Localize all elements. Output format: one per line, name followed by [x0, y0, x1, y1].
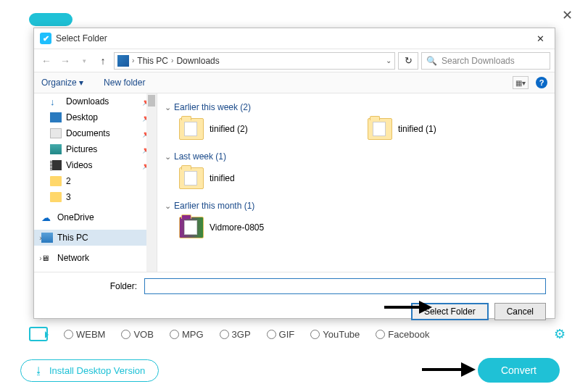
sidebar-root-this-pc[interactable]: ›This PC — [34, 230, 157, 246]
view-options-button[interactable]: ▦▾ — [513, 76, 529, 89]
dialog-titlebar: ✔ Select Folder ✕ — [34, 28, 555, 49]
chevron-right-icon: › — [132, 57, 134, 64]
sidebar-item-downloads[interactable]: Downloads📌 — [34, 93, 157, 109]
sidebar-root-onedrive[interactable]: OneDrive — [34, 209, 157, 225]
docs-icon — [50, 128, 62, 138]
format-option-mpg[interactable]: MPG — [170, 329, 204, 340]
format-options-row: WEBMVOBMPG3GPGIFYouTubeFacebook ⚙ — [29, 324, 566, 344]
folder-item[interactable]: tinified (2) — [179, 118, 324, 140]
format-radio[interactable] — [121, 330, 130, 339]
nav-forward-button[interactable]: → — [57, 53, 73, 69]
download-icon: ⭳ — [34, 365, 44, 376]
folder-field-label: Folder: — [43, 281, 137, 291]
vids-icon — [50, 160, 62, 170]
select-folder-button[interactable]: Select Folder — [411, 303, 489, 320]
sidebar-scrollbar[interactable] — [146, 93, 157, 272]
format-option-youtube[interactable]: YouTube — [310, 329, 360, 340]
folder-content-pane: Earlier this week (2)tinified (2)tinifie… — [157, 93, 555, 272]
nav-row: ← → ▾ ↑ › This PC › Downloads ⌄ ↻ 🔍 Sear… — [34, 49, 555, 72]
search-icon: 🔍 — [426, 56, 437, 66]
fold-icon — [50, 176, 62, 186]
dl-icon — [50, 96, 62, 107]
format-radio[interactable] — [376, 330, 385, 339]
breadcrumb-downloads[interactable]: Downloads — [176, 56, 219, 66]
fold-icon — [50, 192, 62, 202]
folder-item[interactable]: Vidmore-0805 — [179, 217, 324, 238]
chevron-right-icon: › — [171, 57, 173, 64]
folder-item[interactable]: tinified — [179, 167, 324, 189]
refresh-button[interactable]: ↻ — [398, 52, 418, 70]
convert-button[interactable]: Convert — [478, 358, 560, 383]
search-placeholder: Search Downloads — [442, 56, 515, 66]
sidebar-item-videos[interactable]: Videos📌 — [34, 157, 157, 173]
expand-icon[interactable]: › — [37, 234, 44, 242]
format-radio[interactable] — [267, 330, 276, 339]
sidebar-item-3[interactable]: 3 — [34, 189, 157, 205]
folder-item[interactable]: tinified (1) — [368, 118, 513, 140]
video-icon — [29, 327, 48, 341]
format-option-webm[interactable]: WEBM — [64, 329, 105, 340]
desk-icon — [50, 112, 62, 122]
help-icon[interactable]: ? — [536, 77, 547, 88]
organize-menu[interactable]: Organize ▾ — [41, 78, 83, 88]
sidebar-root-network[interactable]: ›Network — [34, 250, 157, 266]
nav-recent-dropdown[interactable]: ▾ — [76, 53, 92, 69]
sidebar-item-pictures[interactable]: Pictures📌 — [34, 141, 157, 157]
sidebar-item-desktop[interactable]: Desktop📌 — [34, 109, 157, 125]
sidebar-item-documents[interactable]: Documents📌 — [34, 125, 157, 141]
select-folder-dialog: ✔ Select Folder ✕ ← → ▾ ↑ › This PC › Do… — [33, 28, 555, 319]
folder-icon — [179, 167, 204, 189]
dialog-bottom-panel: Folder: Select Folder Cancel — [34, 272, 555, 326]
app-icon: ✔ — [40, 33, 51, 44]
od-icon — [41, 212, 53, 222]
nav-back-button[interactable]: ← — [38, 53, 54, 69]
format-option-vob[interactable]: VOB — [121, 329, 153, 340]
search-field[interactable]: 🔍 Search Downloads — [421, 52, 550, 70]
format-radio[interactable] — [64, 330, 73, 339]
address-bar[interactable]: › This PC › Downloads ⌄ — [114, 52, 395, 70]
format-radio[interactable] — [220, 330, 229, 339]
expand-icon[interactable]: › — [37, 254, 44, 262]
settings-icon[interactable]: ⚙ — [554, 326, 566, 342]
nav-sidebar: Downloads📌Desktop📌Documents📌Pictures📌Vid… — [34, 93, 157, 272]
pics-icon — [50, 144, 62, 154]
dialog-close-button[interactable]: ✕ — [532, 32, 549, 46]
new-folder-button[interactable]: New folder — [104, 78, 145, 88]
address-dropdown-icon[interactable]: ⌄ — [386, 57, 392, 64]
install-desktop-button[interactable]: ⭳ Install Desktop Version — [20, 359, 159, 382]
folder-icon — [179, 118, 204, 140]
pc-icon — [117, 55, 129, 67]
nav-up-button[interactable]: ↑ — [95, 53, 111, 69]
folder-icon — [179, 217, 204, 238]
dialog-toolbar: Organize ▾ New folder ▦▾ ? — [34, 72, 555, 93]
group-header[interactable]: Earlier this week (2) — [165, 102, 547, 112]
sidebar-item-2[interactable]: 2 — [34, 173, 157, 189]
format-option-facebook[interactable]: Facebook — [376, 329, 429, 340]
bg-close-icon[interactable]: ✕ — [562, 7, 573, 23]
format-option-gif[interactable]: GIF — [267, 329, 295, 340]
format-option-3gp[interactable]: 3GP — [220, 329, 251, 340]
cancel-button[interactable]: Cancel — [494, 303, 546, 320]
folder-name-input[interactable] — [144, 278, 546, 294]
dialog-title: Select Folder — [56, 33, 107, 43]
format-radio[interactable] — [170, 330, 179, 339]
breadcrumb-this-pc[interactable]: This PC — [137, 56, 168, 66]
group-header[interactable]: Earlier this month (1) — [165, 201, 547, 211]
format-radio[interactable] — [310, 330, 320, 339]
folder-icon — [368, 118, 392, 140]
group-header[interactable]: Last week (1) — [165, 151, 547, 162]
bg-pill-button — [29, 13, 72, 26]
